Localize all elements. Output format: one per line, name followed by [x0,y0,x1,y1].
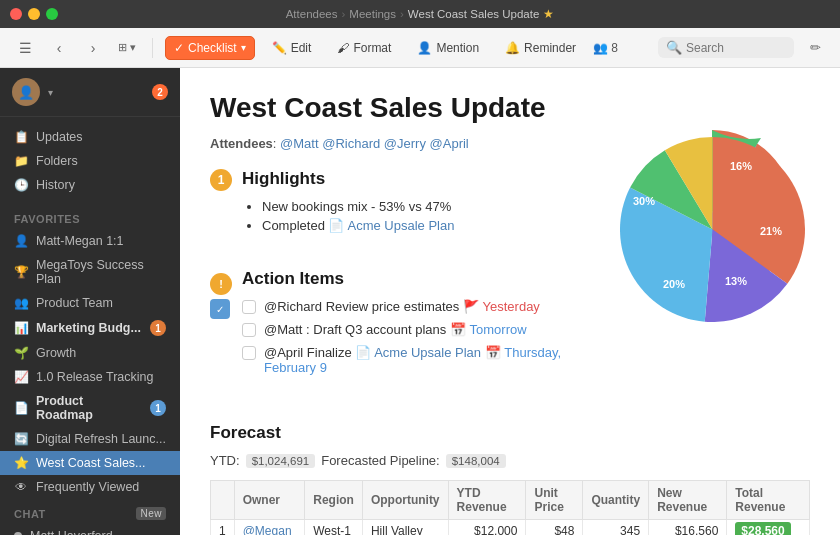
col-region: Region [305,481,363,520]
edit-label: Edit [291,41,312,55]
sidebar-item-frequently[interactable]: 👁 Frequently Viewed [0,475,180,499]
toolbar: ☰ ‹ › ⊞ ▾ ✓ Checklist ▾ ✏️ Edit 🖌 Format… [0,28,840,68]
sidebar-item-chat-matt[interactable]: Matt Haverford [0,524,180,535]
cell-owner-0[interactable]: @Megan [234,520,305,536]
action-date-1: Yesterday [483,299,540,314]
cell-newrev-0: $16,560 [649,520,727,536]
mention-button[interactable]: 👤 Mention [408,36,488,60]
attendee-april[interactable]: @April [430,136,469,151]
view-options-button[interactable]: ⊞ ▾ [114,35,140,61]
compose-button[interactable]: ✏ [802,35,828,61]
traffic-lights [10,8,58,20]
chat-section-label: Chat New [0,499,180,524]
pipeline-label: Forecasted Pipeline: [321,453,440,468]
updates-icon: 📋 [14,130,28,144]
cell-qty-0: 345 [583,520,649,536]
sidebar-item-growth[interactable]: 🌱 Growth [0,341,180,365]
action-item-1: @Richard Review price estimates 🚩 Yester… [242,299,595,314]
main-layout: 👤 ▾ 2 📋 Updates 📁 Folders 🕒 History Favo… [0,68,840,535]
sidebar-item-product-team[interactable]: 👥 Product Team [0,291,180,315]
acme-link-2[interactable]: 📄 Acme Upsale Plan [355,345,481,360]
col-qty: Quantity [583,481,649,520]
roadmap-label: Product Roadmap [36,394,142,422]
reminder-label: Reminder [524,41,576,55]
forecast-title: Forecast [210,423,810,443]
megatoys-icon: 🏆 [14,265,28,279]
sidebar-item-megatoys[interactable]: 🏆 MegaToys Success Plan [0,253,180,291]
action-date-2: Tomorrow [470,322,527,337]
updates-label: Updates [36,130,83,144]
sidebar-item-folders[interactable]: 📁 Folders [0,149,180,173]
sidebar-item-history[interactable]: 🕒 History [0,173,180,197]
action-item-2: @Matt : Draft Q3 account plans 📅 Tomorro… [242,322,595,337]
checkbox-2[interactable] [242,323,256,337]
action-text-3: @April Finalize 📄 Acme Upsale Plan 📅 Thu… [264,345,595,375]
action-section: Action Items @Richard Review price estim… [242,269,595,383]
highlight-item-1: New bookings mix - 53% vs 47% [262,199,595,214]
action-items-title: Action Items [242,269,595,289]
favorites-label: Favorites [0,205,180,229]
search-input[interactable] [686,41,786,55]
growth-icon: 🌱 [14,346,28,360]
breadcrumb-current: West Coast Sales Update [408,8,539,20]
attendee-jerry[interactable]: @Jerry [384,136,426,151]
sidebar-item-updates[interactable]: 📋 Updates [0,125,180,149]
star-icon[interactable]: ★ [543,7,554,21]
breadcrumb-meetings[interactable]: Meetings [349,8,396,20]
search-box[interactable]: 🔍 [658,37,794,58]
minimize-button[interactable] [28,8,40,20]
action-text-2: @Matt : Draft Q3 account plans 📅 Tomorro… [264,322,527,337]
edit-button[interactable]: ✏️ Edit [263,36,321,60]
sidebar-toggle-button[interactable]: ☰ [12,35,38,61]
table-header-row: Owner Region Opportunity YTD Revenue Uni… [211,481,810,520]
checkbox-3[interactable] [242,346,256,360]
sidebar-item-matt-megan[interactable]: 👤 Matt-Megan 1:1 [0,229,180,253]
mention-icon: 👤 [417,41,432,55]
action-mention-richard[interactable]: @Richard [264,299,322,314]
digital-label: Digital Refresh Launc... [36,432,166,446]
checkbox-1[interactable] [242,300,256,314]
folders-icon: 📁 [14,154,28,168]
forecast-section: Forecast YTD: $1,024,691 Forecasted Pipe… [210,423,810,535]
acme-link[interactable]: 📄 Acme Upsale Plan [328,218,454,233]
col-owner: Owner [234,481,305,520]
table-body: 1 @Megan West-1 Hill Valley $12,000 $48 … [211,520,810,536]
page-title: West Coast Sales Update [210,92,595,124]
members-button[interactable]: 👥 8 [593,41,618,55]
forward-button[interactable]: › [80,35,106,61]
sidebar-item-westcoast[interactable]: ⭐ West Coast Sales... [0,451,180,475]
breadcrumb: Attendees › Meetings › West Coast Sales … [286,7,555,21]
close-button[interactable] [10,8,22,20]
cell-num-0: 1 [211,520,235,536]
members-count: 8 [611,41,618,55]
frequently-icon: 👁 [14,480,28,494]
revenue-badge-0: $28,560 [735,522,790,535]
sidebar-item-release[interactable]: 📈 1.0 Release Tracking [0,365,180,389]
attendee-matt[interactable]: @Matt [280,136,318,151]
cell-price-0: $48 [526,520,583,536]
format-button[interactable]: 🖌 Format [328,36,400,60]
product-team-label: Product Team [36,296,113,310]
sidebar-item-roadmap[interactable]: 📄 Product Roadmap 1 [0,389,180,427]
format-icon: 🖌 [337,41,349,55]
marketing-icon: 📊 [14,321,28,335]
sidebar-item-marketing[interactable]: 📊 Marketing Budg... 1 [0,315,180,341]
highlights-title: Highlights [242,169,595,189]
maximize-button[interactable] [46,8,58,20]
checklist-button[interactable]: ✓ Checklist ▾ [165,36,255,60]
release-label: 1.0 Release Tracking [36,370,153,384]
breadcrumb-sales[interactable]: Attendees [286,8,338,20]
westcoast-icon: ⭐ [14,456,28,470]
cell-total-0: $28,560 [727,520,810,536]
action-mention-april[interactable]: @April [264,345,303,360]
step-bubble-1: 1 [210,169,232,191]
action-mention-matt[interactable]: @Matt [264,322,302,337]
reminder-button[interactable]: 🔔 Reminder [496,36,585,60]
col-price: Unit Price [526,481,583,520]
attendee-richard[interactable]: @Richard [322,136,380,151]
megatoys-label: MegaToys Success Plan [36,258,166,286]
sidebar-item-digital[interactable]: 🔄 Digital Refresh Launc... [0,427,180,451]
back-button[interactable]: ‹ [46,35,72,61]
highlights-section: Highlights New bookings mix - 53% vs 47%… [242,169,595,237]
action-check-icon: ✓ [210,299,230,319]
